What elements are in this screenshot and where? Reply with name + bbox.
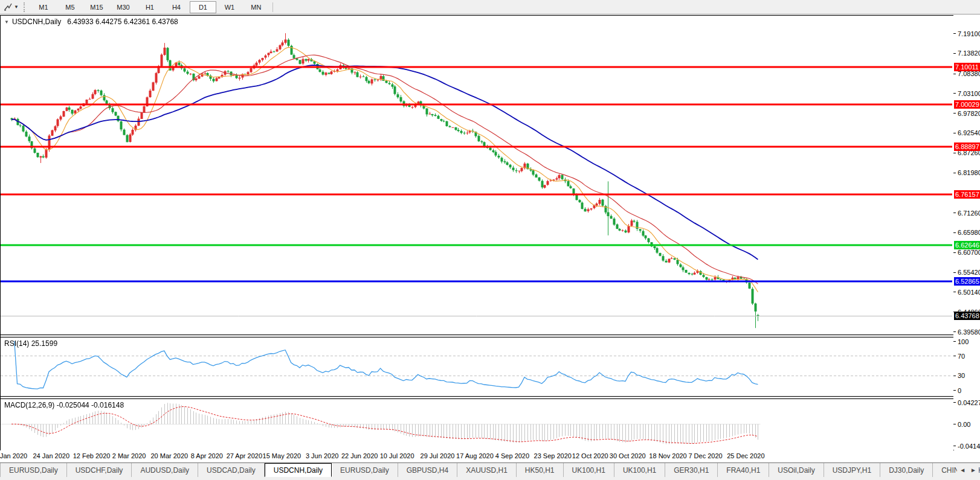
tab-audusd-daily[interactable]: AUDUSD,Daily [132,463,198,477]
date-axis-label: 12 Oct 2020 [572,452,608,459]
rsi-label: RSI(14) 25.1599 [4,339,57,348]
rsi-axis-label: 0 [958,387,961,394]
price-level-badge: 6.88897 [954,142,980,151]
rsi-axis-label: 100 [958,338,969,345]
timeframe-button-m1[interactable]: M1 [30,1,57,13]
tab-eurusd-daily[interactable]: EURUSD,Daily [0,463,67,477]
tab-ger30-h1[interactable]: GER30,H1 [665,463,718,477]
axis-tick-mark [953,292,956,292]
price-axis: 7.191007.138207.083807.031006.978206.925… [953,15,980,450]
toolbar-grip[interactable] [24,2,27,12]
price-axis-label: 7.13820 [958,50,980,57]
chart-plot-area: ▼USDCNH,Daily6.43933 6.44275 6.42361 6.4… [0,15,954,451]
tab-usdcad-daily[interactable]: USDCAD,Daily [198,463,265,477]
date-axis-label: 8 Apr 2020 [191,452,223,459]
chart-title-ohlc: 6.43933 6.44275 6.42361 6.43768 [67,18,178,26]
rsi-pane: RSI(14) 25.1599 [1,338,952,396]
price-level-badge: 6.52865 [954,277,980,286]
date-axis-label: 15 May 2020 [263,452,301,459]
tab-gbpusd-h4[interactable]: GBPUSD,H4 [398,463,457,477]
timeframe-button-mn[interactable]: MN [243,1,269,13]
tab-xauusd-h1[interactable]: XAUUSD,H1 [457,463,517,477]
macd-axis-label: 0.00 [958,421,970,428]
price-axis-label: 6.92540 [958,129,980,136]
axis-tick-mark [953,272,956,273]
symbol-tab-bar: EURUSD,DailyUSDCHF,DailyAUDUSD,DailyUSDC… [0,463,980,477]
axis-tick-mark [953,252,956,253]
tab-dj30-daily[interactable]: DJ30,Daily [880,463,933,477]
price-level-badge: 6.43768 [954,312,980,320]
date-axis-label: 2 Mar 2020 [112,452,146,459]
rsi-axis-label: 70 [958,353,965,360]
macd-axis-label: 0.042275 [958,399,980,406]
macd-chart-canvas[interactable] [1,399,952,450]
price-axis-label: 6.39580 [958,328,980,336]
date-axis-label: 3 Jun 2020 [306,452,338,459]
axis-tick-mark [953,93,956,94]
tab-usoil-daily[interactable]: USOil,Daily [769,463,824,477]
date-axis-label: 23 Sep 2020 [534,452,572,459]
axis-tick-mark [953,356,956,356]
price-axis-label: 6.65980 [958,229,980,236]
tab-hk50-h1[interactable]: HK50,H1 [517,463,564,477]
price-axis-label: 6.71260 [958,210,980,217]
tab-usdjpy-h1[interactable]: USDJPY,H1 [824,463,880,477]
price-axis-label: 7.03100 [958,90,980,97]
price-chart-canvas[interactable] [1,16,952,334]
timeframe-button-d1[interactable]: D1 [190,1,216,13]
macd-pane: MACD(12,26,9) -0.025044 -0.016148 [1,399,952,450]
price-level-badge: 6.76157 [954,190,980,199]
trading-terminal-window: ▼ M1M5M15M30H1H4D1W1MN ▼USDCNH,Daily6.43… [0,0,980,480]
axis-tick-mark [953,376,956,376]
price-axis-label: 6.55420 [958,269,980,276]
date-axis-label: 20 Mar 2020 [150,452,188,459]
axis-tick-mark [953,390,956,391]
date-axis-label: 12 Feb 2020 [73,452,111,459]
axis-tick-mark [953,74,956,74]
macd-axis-label: -0.04148 [958,443,980,450]
date-axis-label: 29 Jul 2020 [421,452,455,459]
price-axis-label: 6.97820 [958,110,980,117]
price-axis-label: 6.60700 [958,249,980,256]
date-axis-label: 27 Apr 2020 [227,452,262,459]
timeframe-button-m5[interactable]: M5 [57,1,83,13]
timeframe-buttons: M1M5M15M30H1H4D1W1MN [30,1,269,13]
date-axis-label: 6 Jan 2020 [0,452,27,459]
rsi-chart-canvas[interactable] [1,338,952,396]
toolbar-separator [272,2,273,12]
chart-collapse-icon[interactable]: ▼ [4,19,9,25]
date-axis-label: 22 Jun 2020 [341,452,378,459]
date-axis-label: 17 Aug 2020 [456,452,494,459]
axis-tick-mark [953,133,956,133]
axis-tick-mark [953,232,956,233]
timeframe-button-h4[interactable]: H4 [163,1,190,13]
timeframe-button-h1[interactable]: H1 [137,1,163,13]
tab-usdcnh-daily[interactable]: USDCNH,Daily [265,463,332,477]
rsi-axis-label: 30 [958,372,965,379]
price-level-badge: 7.00029 [954,100,980,109]
date-axis-label: 30 Oct 2020 [610,452,646,459]
axis-tick-mark [953,424,956,424]
timeframe-button-w1[interactable]: W1 [216,1,243,13]
price-axis-label: 7.19100 [958,30,980,37]
timeframe-toolbar: ▼ M1M5M15M30H1H4D1W1MN [0,0,980,14]
price-level-badge: 7.10011 [954,63,980,71]
date-axis-label: 18 Nov 2020 [649,452,686,459]
price-level-badge: 6.62646 [954,241,980,249]
drawing-tool-dropdown-icon[interactable]: ▼ [14,4,19,10]
tab-fra40-h1[interactable]: FRA40,H1 [718,463,769,477]
tab-uk100-h1[interactable]: UK100,H1 [614,463,665,477]
timeframe-button-m30[interactable]: M30 [110,1,137,13]
tab-uk100-h1[interactable]: UK100,H1 [564,463,614,477]
macd-label: MACD(12,26,9) -0.025044 -0.016148 [4,401,124,409]
tab-usdchf-daily[interactable]: USDCHF,Daily [67,463,132,477]
tab-scroll-right-icon[interactable]: ► [970,467,976,473]
axis-tick-mark [953,33,956,34]
axis-tick-mark [953,402,956,403]
date-axis-label: 4 Sep 2020 [495,452,529,459]
tab-eurusd-daily[interactable]: EURUSD,Daily [332,463,398,477]
timeframe-button-m15[interactable]: M15 [83,1,110,13]
drawing-tool-icon[interactable] [2,2,14,13]
axis-tick-mark [953,446,956,446]
tab-scroll-left-icon[interactable]: ◄ [959,467,965,473]
